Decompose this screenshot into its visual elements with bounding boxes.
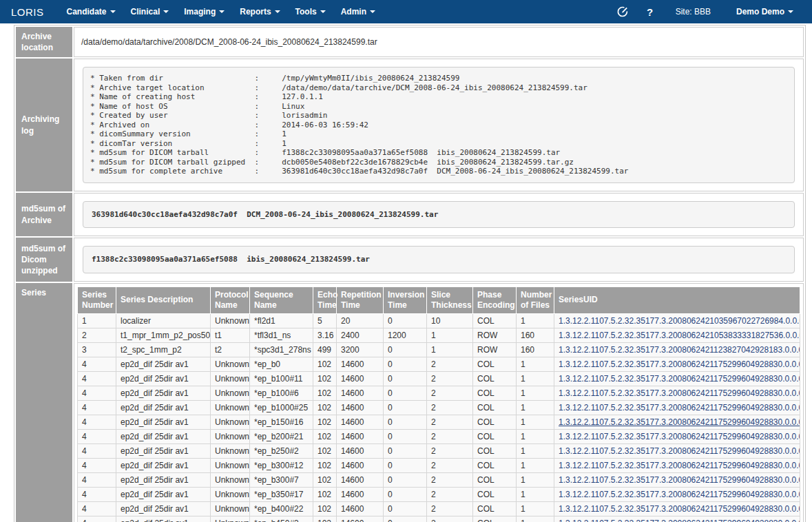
cell-protocol-name: Unknown [211,371,250,386]
help-icon[interactable]: ? [641,3,659,21]
series-uid-link[interactable]: 1.3.12.2.1107.5.2.32.35177.3.20080624211… [559,345,800,355]
series-uid-link[interactable]: 1.3.12.2.1107.5.2.32.35177.3.20080624211… [559,388,800,398]
cell-echo-time: 102 [313,516,337,522]
series-uid-link[interactable]: 1.3.12.2.1107.5.2.32.35177.3.20080624211… [559,374,800,384]
cell-series-description: ep2d_dif 25dir av1 [116,516,211,522]
series-row: 4 ep2d_dif 25dir av1 Unknown *ep_b250#2 … [78,443,800,458]
cell-slice-thickness: 10 [427,313,473,328]
cell-series-uid: 1.3.12.2.1107.5.2.32.35177.3.20080624211… [554,342,800,357]
cell-number-of-files: 1 [517,371,554,386]
series-uid-link[interactable]: 1.3.12.2.1107.5.2.32.35177.3.20080624211… [559,417,800,427]
cell-echo-time: 102 [313,400,337,415]
cell-series-uid: 1.3.12.2.1107.5.2.32.35177.3.20080624211… [554,386,800,400]
series-uid-link[interactable]: 1.3.12.2.1107.5.2.32.35177.3.20080624211… [559,504,800,514]
cell-series-uid: 1.3.12.2.1107.5.2.32.35177.3.20080624211… [554,415,800,429]
loris-brand[interactable]: LORIS [11,6,44,18]
cell-slice-thickness: 2 [427,516,473,522]
cell-sequence-name: *ep_b400#22 [250,501,313,516]
nav-menu-item[interactable]: Admin [333,7,383,17]
cell-inversion-time: 0 [384,415,427,429]
cell-series-number: 4 [78,429,116,443]
cell-inversion-time: 0 [384,357,427,371]
log-line: * Created by user : lorisadmin [90,111,787,121]
cell-phase-encoding: COL [473,487,517,501]
md5-dicom-label: md5sum of Dicom unzipped [16,238,72,282]
series-row: 4 ep2d_dif 25dir av1 Unknown *ep_b400#22… [78,501,800,516]
cell-number-of-files: 160 [517,328,554,342]
nav-menus: Candidate Clinical Imaging Reports Tools… [59,7,384,17]
series-uid-link[interactable]: 1.3.12.2.1107.5.2.32.35177.3.20080624210… [559,316,800,326]
series-uid-link[interactable]: 1.3.12.2.1107.5.2.32.35177.3.20080624211… [559,403,800,413]
nav-menu-item[interactable]: Clinical [123,7,177,17]
cell-series-description: ep2d_dif 25dir av1 [116,458,211,472]
site-label: Site: BBB [676,7,711,17]
cell-repetition-time: 14600 [337,400,384,415]
series-uid-link[interactable]: 1.3.12.2.1107.5.2.32.35177.3.20080624211… [559,446,800,456]
feedback-pencil-icon[interactable] [614,3,632,21]
cell-protocol-name: Unknown [211,400,250,415]
series-column-header: Sequence Name [250,286,313,313]
cell-number-of-files: 1 [517,443,554,458]
series-uid-link[interactable]: 1.3.12.2.1107.5.2.32.35177.3.20080624211… [559,519,800,522]
series-uid-link[interactable]: 1.3.12.2.1107.5.2.32.35177.3.20080624211… [559,359,800,369]
cell-echo-time: 102 [313,458,337,472]
cell-protocol-name: t1 [211,328,250,342]
cell-slice-thickness: 2 [427,487,473,501]
nav-menu-item[interactable]: Reports [232,7,287,17]
cell-phase-encoding: COL [473,516,517,522]
cell-series-uid: 1.3.12.2.1107.5.2.32.35177.3.20080624210… [554,328,800,342]
series-uid-link[interactable]: 1.3.12.2.1107.5.2.32.35177.3.20080624210… [559,331,800,340]
series-uid-link[interactable]: 1.3.12.2.1107.5.2.32.35177.3.20080624211… [559,432,800,441]
series-uid-link[interactable]: 1.3.12.2.1107.5.2.32.35177.3.20080624211… [559,475,800,485]
cell-protocol-name: Unknown [211,313,250,328]
nav-menu-item[interactable]: Imaging [176,7,232,17]
log-line: * Name of creating host : 127.0.1.1 [90,92,787,102]
cell-series-number: 4 [78,516,116,522]
cell-phase-encoding: ROW [473,328,517,342]
cell-inversion-time: 0 [384,386,427,400]
cell-inversion-time: 0 [384,313,427,328]
cell-inversion-time: 0 [384,516,427,522]
caret-down-icon [275,10,280,13]
cell-phase-encoding: COL [473,472,517,487]
cell-inversion-time: 0 [384,501,427,516]
cell-sequence-name: *ep_b300#7 [250,472,313,487]
cell-series-number: 4 [78,415,116,429]
cell-series-number: 3 [78,342,116,357]
series-uid-link[interactable]: 1.3.12.2.1107.5.2.32.35177.3.20080624211… [559,461,800,470]
log-line: * dicomSummary version : 1 [90,129,787,139]
archive-location-row: Archive location /data/demo/data/tarchiv… [16,27,804,57]
nav-menu-item[interactable]: Tools [288,7,333,17]
user-menu-label: Demo Demo [736,7,784,17]
log-line: * md5sum for DICOM tarball gzipped : dcb… [90,158,787,167]
cell-sequence-name: *ep_b150#16 [250,415,313,429]
cell-echo-time: 499 [313,342,337,357]
cell-echo-time: 3.16 [313,328,337,342]
cell-number-of-files: 1 [517,472,554,487]
cell-phase-encoding: COL [473,429,517,443]
cell-slice-thickness: 2 [427,443,473,458]
nav-menu-label: Reports [240,7,271,17]
cell-repetition-time: 14600 [337,472,384,487]
cell-series-uid: 1.3.12.2.1107.5.2.32.35177.3.20080624211… [554,516,800,522]
nav-menu-item[interactable]: Candidate [59,7,123,17]
cell-series-description: ep2d_dif 25dir av1 [116,472,211,487]
cell-protocol-name: Unknown [211,458,250,472]
cell-series-uid: 1.3.12.2.1107.5.2.32.35177.3.20080624211… [554,443,800,458]
cell-repetition-time: 14600 [337,501,384,516]
series-uid-link[interactable]: 1.3.12.2.1107.5.2.32.35177.3.20080624211… [559,490,800,499]
nav-menu-label: Imaging [184,7,216,17]
cell-number-of-files: 1 [517,429,554,443]
cell-series-description: localizer [116,313,211,328]
md5-archive-value: 363981d640c30cc18aefa432d98c7a0f DCM_200… [83,201,795,229]
cell-phase-encoding: COL [473,371,517,386]
md5-archive-row: md5sum of Archive 363981d640c30cc18aefa4… [16,193,804,237]
md5-dicom-value: f1388c2c33098095aa0a371a65ef5088 ibis_20… [83,246,795,273]
cell-echo-time: 102 [313,415,337,429]
cell-inversion-time: 0 [384,487,427,501]
cell-inversion-time: 0 [384,400,427,415]
user-menu[interactable]: Demo Demo [729,7,801,17]
cell-series-number: 2 [78,328,116,342]
cell-series-description: ep2d_dif 25dir av1 [116,357,211,371]
cell-series-uid: 1.3.12.2.1107.5.2.32.35177.3.20080624211… [554,487,800,501]
